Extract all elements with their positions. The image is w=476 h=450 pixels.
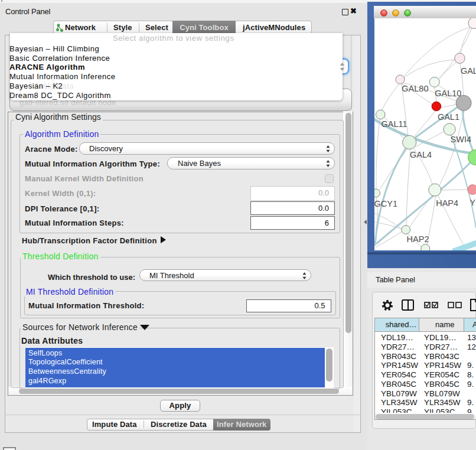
svg-text:GAL80: GAL80: [402, 84, 428, 93]
svg-text:GCY1: GCY1: [374, 199, 397, 208]
svg-text:GAL1: GAL1: [437, 112, 459, 122]
svg-text:SWI4: SWI4: [450, 135, 471, 144]
svg-text:HAP2: HAP2: [406, 234, 429, 244]
svg-text:GAL4: GAL4: [410, 150, 432, 159]
svg-text:Y: Y: [470, 198, 475, 207]
svg-text:HAP4: HAP4: [436, 198, 458, 208]
svg-text:GAL10: GAL10: [435, 89, 461, 98]
svg-text:GAL11: GAL11: [381, 119, 407, 129]
svg-text:GAL7: GAL7: [460, 66, 476, 76]
